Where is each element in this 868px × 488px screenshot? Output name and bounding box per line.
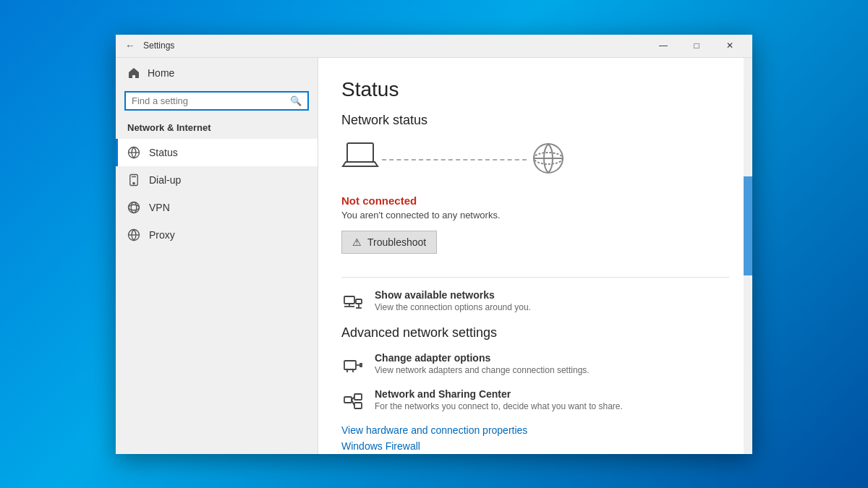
svg-rect-21 — [344, 361, 356, 369]
hardware-properties-link[interactable]: View hardware and connection properties — [341, 424, 729, 436]
maximize-button[interactable]: □ — [680, 34, 713, 57]
page-title: Status — [341, 78, 729, 101]
networks-icon — [341, 291, 365, 314]
search-icon: 🔍 — [290, 95, 302, 106]
window-controls: — □ ✕ — [647, 34, 746, 57]
windows-firewall-link[interactable]: Windows Firewall — [341, 440, 729, 452]
sidebar-item-status[interactable]: Status — [116, 139, 318, 166]
connection-line — [382, 159, 527, 160]
scrollbar-track[interactable] — [744, 58, 752, 454]
advanced-section-title: Advanced network settings — [341, 325, 729, 341]
sharing-center-item[interactable]: Network and Sharing Center For the netwo… — [341, 388, 729, 413]
change-adapter-item[interactable]: Change adapter options View network adap… — [341, 352, 729, 377]
svg-point-5 — [129, 205, 140, 210]
sharing-center-text: Network and Sharing Center For the netwo… — [375, 388, 623, 411]
divider-1 — [341, 277, 729, 278]
sidebar-item-vpn[interactable]: VPN — [116, 194, 318, 221]
show-networks-item[interactable]: Show available networks View the connect… — [341, 289, 729, 314]
sidebar-item-dialup[interactable]: Dial-up — [116, 166, 318, 194]
search-input[interactable] — [132, 95, 286, 106]
show-networks-text: Show available networks View the connect… — [375, 289, 531, 312]
sidebar-item-proxy[interactable]: Proxy — [116, 221, 318, 249]
status-icon — [127, 146, 140, 159]
warning-icon: ⚠ — [352, 236, 362, 248]
sidebar-item-home[interactable]: Home — [116, 58, 318, 88]
svg-rect-25 — [360, 364, 362, 367]
svg-rect-28 — [354, 403, 362, 408]
connection-status: Not connected — [341, 194, 729, 207]
network-diagram — [341, 140, 729, 180]
back-button[interactable]: ← — [122, 37, 139, 54]
close-button[interactable]: ✕ — [713, 34, 746, 57]
dialup-icon — [127, 174, 140, 187]
window-body: Home 🔍 Network & Internet Status — [116, 58, 752, 454]
settings-window: ← Settings — □ ✕ Home 🔍 — [116, 35, 752, 454]
svg-point-6 — [131, 202, 137, 213]
change-adapter-text: Change adapter options View network adap… — [375, 352, 590, 375]
svg-rect-26 — [344, 397, 352, 403]
window-title: Settings — [143, 40, 174, 51]
title-bar: ← Settings — □ ✕ — [116, 35, 752, 58]
svg-rect-10 — [347, 143, 373, 162]
vpn-icon — [127, 201, 140, 214]
home-icon — [127, 67, 140, 80]
svg-rect-27 — [354, 394, 362, 400]
proxy-icon — [127, 228, 140, 241]
network-status-title: Network status — [341, 113, 729, 128]
minimize-button[interactable]: — — [647, 34, 680, 57]
svg-rect-18 — [356, 299, 362, 304]
sharing-icon — [341, 390, 365, 413]
search-box[interactable]: 🔍 — [124, 91, 309, 111]
svg-point-7 — [129, 202, 140, 213]
adapter-icon — [341, 354, 365, 377]
sidebar-section-title: Network & Internet — [116, 116, 318, 139]
laptop-icon — [341, 140, 379, 179]
globe-icon — [529, 140, 567, 180]
connection-desc: You aren't connected to any networks. — [341, 210, 729, 221]
svg-rect-15 — [344, 296, 354, 304]
main-content: Status Network status — [318, 58, 752, 454]
troubleshoot-button[interactable]: ⚠ Troubleshoot — [341, 231, 437, 254]
svg-point-3 — [133, 182, 135, 184]
scrollbar-thumb[interactable] — [744, 176, 752, 275]
sidebar: Home 🔍 Network & Internet Status — [116, 58, 318, 454]
